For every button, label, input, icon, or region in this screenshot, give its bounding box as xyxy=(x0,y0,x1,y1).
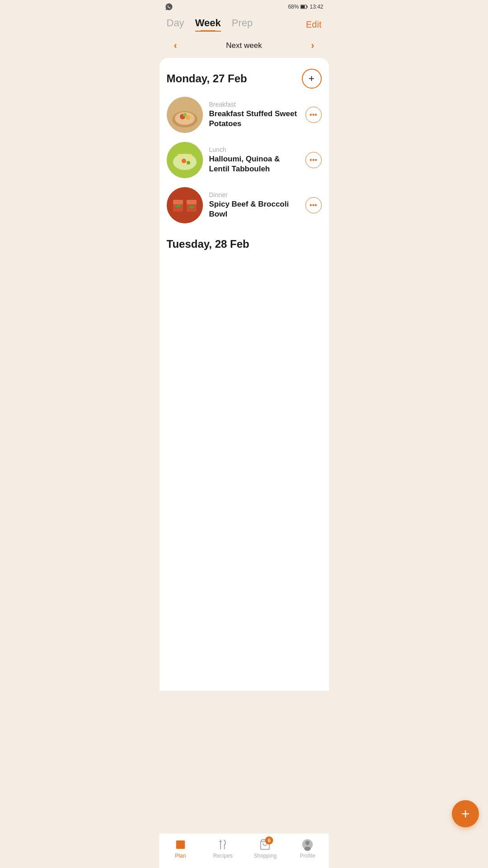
day-section-monday: Monday, 27 Feb + Breakfast xyxy=(167,69,322,223)
meal-item-lunch: Lunch Halloumi, Quinoa & Lentil Tabboule… xyxy=(167,142,322,178)
svg-point-33 xyxy=(305,847,311,851)
shopping-badge: 6 xyxy=(265,836,273,844)
nav-item-shopping[interactable]: 6 Shopping xyxy=(244,838,286,859)
plan-label: Plan xyxy=(175,853,186,859)
add-meal-monday-button[interactable]: + xyxy=(302,69,322,89)
shopping-icon: 6 xyxy=(259,838,272,851)
nav-item-recipes[interactable]: Recipes xyxy=(202,838,244,859)
day-section-tuesday: Tuesday, 28 Feb xyxy=(167,238,322,250)
day-title-tuesday: Tuesday, 28 Feb xyxy=(167,238,249,250)
lunch-name: Halloumi, Quinoa & Lentil Tabbouleh xyxy=(209,154,299,174)
status-left xyxy=(165,3,173,11)
breakfast-type: Breakfast xyxy=(209,101,299,108)
week-label: Next week xyxy=(226,41,262,50)
tab-day[interactable]: Day xyxy=(167,17,184,32)
breakfast-name: Breakfast Stuffed Sweet Potatoes xyxy=(209,109,299,129)
nav-item-profile[interactable]: Profile xyxy=(286,838,329,859)
shopping-label: Shopping xyxy=(254,853,277,859)
bottom-navigation: Plan Recipes 6 Shopping xyxy=(160,833,329,868)
svg-rect-23 xyxy=(180,844,181,845)
svg-point-32 xyxy=(305,841,310,845)
recipes-label: Recipes xyxy=(213,853,232,859)
main-content: Monday, 27 Feb + Breakfast xyxy=(160,58,329,691)
lunch-type: Lunch xyxy=(209,146,299,153)
dinner-name: Spicy Beef & Broccoli Bowl xyxy=(209,199,299,219)
whatsapp-icon xyxy=(165,3,173,11)
calendar-icon xyxy=(174,839,186,850)
time-display: 13:42 xyxy=(310,4,323,10)
week-navigation: ‹ Next week › xyxy=(167,35,322,58)
profile-icon xyxy=(301,838,314,851)
next-week-button[interactable]: › xyxy=(311,40,314,52)
meal-item-breakfast: Breakfast Breakfast Stuffed Sweet Potato… xyxy=(167,97,322,133)
svg-point-14 xyxy=(187,161,190,165)
lunch-menu-button[interactable]: ••• xyxy=(305,152,322,168)
breakfast-food-icon xyxy=(167,97,203,133)
lunch-food-icon xyxy=(167,142,203,178)
user-icon xyxy=(301,838,314,851)
svg-rect-21 xyxy=(176,840,185,843)
profile-label: Profile xyxy=(300,853,315,859)
tab-prep[interactable]: Prep xyxy=(232,17,253,32)
day-header-monday: Monday, 27 Feb + xyxy=(167,69,322,89)
header: Day Week Prep Edit ‹ Next week › xyxy=(160,14,329,58)
edit-button[interactable]: Edit xyxy=(306,19,321,30)
svg-rect-26 xyxy=(180,846,181,847)
lunch-image xyxy=(167,142,203,178)
svg-rect-18 xyxy=(173,200,183,204)
dinner-menu-button[interactable]: ••• xyxy=(305,197,322,213)
day-header-tuesday: Tuesday, 28 Feb xyxy=(167,238,322,250)
svg-point-7 xyxy=(186,115,190,120)
breakfast-info: Breakfast Breakfast Stuffed Sweet Potato… xyxy=(209,101,299,129)
day-title-monday: Monday, 27 Feb xyxy=(167,72,247,85)
svg-rect-19 xyxy=(187,200,197,204)
meal-list-monday: Breakfast Breakfast Stuffed Sweet Potato… xyxy=(167,97,322,223)
status-bar: 68% 13:42 xyxy=(160,0,329,14)
dinner-food-icon xyxy=(167,187,203,223)
dinner-type: Dinner xyxy=(209,191,299,198)
svg-point-8 xyxy=(183,113,187,117)
battery-icon xyxy=(300,5,308,9)
battery-percent: 68% xyxy=(288,4,299,10)
status-right: 68% 13:42 xyxy=(288,4,323,10)
breakfast-menu-button[interactable]: ••• xyxy=(305,107,322,123)
tab-week[interactable]: Week xyxy=(195,17,221,32)
plan-icon xyxy=(174,838,187,851)
meal-item-dinner: Dinner Spicy Beef & Broccoli Bowl ••• xyxy=(167,187,322,223)
svg-rect-22 xyxy=(178,844,179,845)
tab-group: Day Week Prep xyxy=(167,17,253,32)
fork-knife-icon xyxy=(217,839,229,850)
lunch-info: Lunch Halloumi, Quinoa & Lentil Tabboule… xyxy=(209,146,299,174)
prev-week-button[interactable]: ‹ xyxy=(174,40,177,52)
svg-rect-2 xyxy=(301,5,305,8)
svg-rect-24 xyxy=(182,844,183,845)
svg-point-13 xyxy=(182,159,186,163)
nav-item-plan[interactable]: Plan xyxy=(160,838,202,859)
tab-row: Day Week Prep Edit xyxy=(167,17,322,35)
svg-rect-25 xyxy=(178,846,179,847)
svg-point-15 xyxy=(167,187,203,223)
breakfast-image xyxy=(167,97,203,133)
svg-rect-1 xyxy=(307,6,308,8)
dinner-info: Dinner Spicy Beef & Broccoli Bowl xyxy=(209,191,299,219)
recipes-icon xyxy=(216,838,229,851)
dinner-image xyxy=(167,187,203,223)
